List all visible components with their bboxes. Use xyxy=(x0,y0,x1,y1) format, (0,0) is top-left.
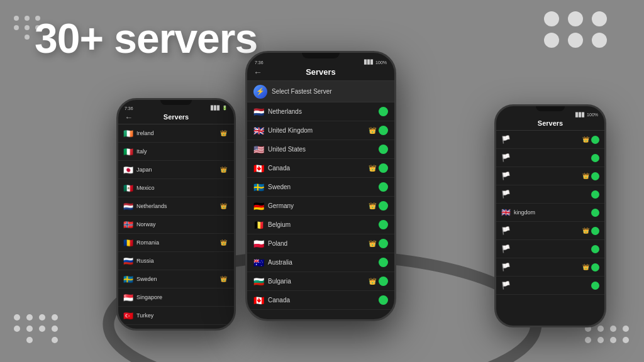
server-name: Belgium xyxy=(268,221,379,228)
list-item[interactable]: 🇷🇺 Russia xyxy=(118,252,234,270)
dots-bottom-left xyxy=(14,314,59,343)
server-name: Sweden xyxy=(136,276,220,282)
list-item[interactable]: 🇨🇦 Canada xyxy=(247,291,394,310)
server-name: Norway xyxy=(136,221,229,228)
list-item[interactable]: 🏳️ xyxy=(496,149,604,167)
server-name: Sweden xyxy=(268,184,379,190)
list-item[interactable]: 🇺🇸 United States xyxy=(247,140,394,159)
list-item[interactable]: 🇯🇵 Japan 👑 xyxy=(118,161,234,179)
phone-title-left: Servers xyxy=(164,113,189,121)
server-name: Canada xyxy=(268,165,369,172)
phone-header-left: ← Servers xyxy=(118,111,234,124)
main-headline: 30+ servers xyxy=(35,18,257,59)
phone-title-center: Servers xyxy=(306,67,336,77)
list-item[interactable]: 🏳️ xyxy=(496,277,604,295)
list-item[interactable]: 🇨🇦 Canada 👑 xyxy=(247,159,394,178)
list-item[interactable]: 🇷🇴 Romania 👑 xyxy=(118,234,234,252)
list-item[interactable]: 🇵🇱 Poland 👑 xyxy=(247,234,394,253)
list-item[interactable]: 🇸🇬 Singapore xyxy=(118,288,234,307)
back-arrow-left[interactable]: ← xyxy=(125,112,133,122)
server-name-uk: United Kingdom xyxy=(268,127,369,134)
server-name: Russia xyxy=(136,258,229,264)
list-item[interactable]: 🏳️ 👑 xyxy=(496,167,604,185)
list-item[interactable]: 🏳️ 👑 xyxy=(496,131,604,149)
server-name: Italy xyxy=(136,148,229,155)
server-name: Australia xyxy=(268,259,379,266)
dots-bottom-right xyxy=(585,326,630,343)
list-item[interactable]: 🇦🇺 Australia xyxy=(247,253,394,272)
list-item[interactable]: 🏳️ 👑 xyxy=(496,258,604,277)
server-name: Mexico xyxy=(136,185,229,191)
phone-title-right: Servers xyxy=(538,119,563,127)
server-list-center[interactable]: 🇳🇱 Netherlands 🇬🇧 United Kingdom 👑 🇺🇸 Un… xyxy=(247,102,394,310)
dots-top-right xyxy=(544,11,609,48)
server-name: Netherlands xyxy=(136,203,220,209)
list-item[interactable]: 🇧🇪 Belgium xyxy=(247,216,394,234)
phone-center: 7:36 ▊▊▊ 100% ← Servers ⚡ Select Fastest… xyxy=(245,51,396,321)
list-item[interactable]: 🏳️ xyxy=(496,185,604,204)
list-item[interactable]: 🇮🇹 Italy xyxy=(118,143,234,161)
server-name: United States xyxy=(268,146,379,153)
list-item[interactable]: 🇮🇪 Ireland 👑 xyxy=(118,124,234,143)
list-item[interactable]: 🇩🇪 Germany 👑 xyxy=(247,197,394,216)
server-name: Ireland xyxy=(136,130,220,136)
list-item[interactable]: 🇳🇴 Norway xyxy=(118,216,234,234)
server-name: Bulgaria xyxy=(268,278,369,285)
server-name: Poland xyxy=(268,240,369,247)
server-name: Netherlands xyxy=(268,108,379,115)
fastest-server-row[interactable]: ⚡ Select Fastest Server xyxy=(247,81,394,102)
server-name: Turkey xyxy=(136,312,229,319)
notch-left xyxy=(160,100,192,105)
server-list-left[interactable]: 🇮🇪 Ireland 👑 🇮🇹 Italy 🇯🇵 Japan 👑 🇲🇽 Mexi… xyxy=(118,124,234,325)
server-list-right[interactable]: 🏳️ 👑 🏳️ 🏳️ 👑 🏳️ 🇬🇧 kingdom 🏳️ xyxy=(496,131,604,295)
phone-right: ▊▊▊ 100% Servers 🏳️ 👑 🏳️ 🏳️ 👑 🏳️ xyxy=(494,104,606,327)
list-item[interactable]: 🇳🇱 Netherlands xyxy=(247,102,394,121)
list-item[interactable]: 🏳️ 👑 xyxy=(496,222,604,240)
server-name: Singapore xyxy=(136,294,229,300)
phone-header-right: Servers xyxy=(496,118,604,131)
server-name-uk-right: kingdom xyxy=(514,209,591,216)
server-name: Canada xyxy=(268,297,379,304)
list-item[interactable]: 🇸🇪 Sweden 👑 xyxy=(118,270,234,288)
list-item[interactable]: 🇹🇷 Turkey xyxy=(118,307,234,325)
fastest-icon: ⚡ xyxy=(253,85,267,99)
fastest-label: Select Fastest Server xyxy=(272,88,388,95)
notch-center xyxy=(302,53,340,58)
notch-right xyxy=(536,106,565,111)
list-item[interactable]: 🇲🇽 Mexico xyxy=(118,179,234,197)
server-name: Germany xyxy=(268,202,369,209)
list-item[interactable]: 🇬🇧 kingdom xyxy=(496,204,604,222)
list-item[interactable]: 🏳️ xyxy=(496,240,604,258)
back-arrow-center[interactable]: ← xyxy=(253,67,262,77)
phone-header-center: ← Servers xyxy=(247,65,394,81)
list-item[interactable]: 🇸🇪 Sweden xyxy=(247,178,394,197)
list-item[interactable]: 🇳🇱 Netherlands 👑 xyxy=(118,197,234,216)
server-name: Japan xyxy=(136,167,220,173)
list-item[interactable]: 🇧🇬 Bulgaria 👑 xyxy=(247,272,394,291)
server-name: Romania xyxy=(136,239,220,246)
list-item[interactable]: 🇬🇧 United Kingdom 👑 xyxy=(247,121,394,140)
phone-left: 7:36 ▊▊▊ 🔋 ← Servers 🇮🇪 Ireland 👑 🇮🇹 Ita… xyxy=(116,98,236,331)
